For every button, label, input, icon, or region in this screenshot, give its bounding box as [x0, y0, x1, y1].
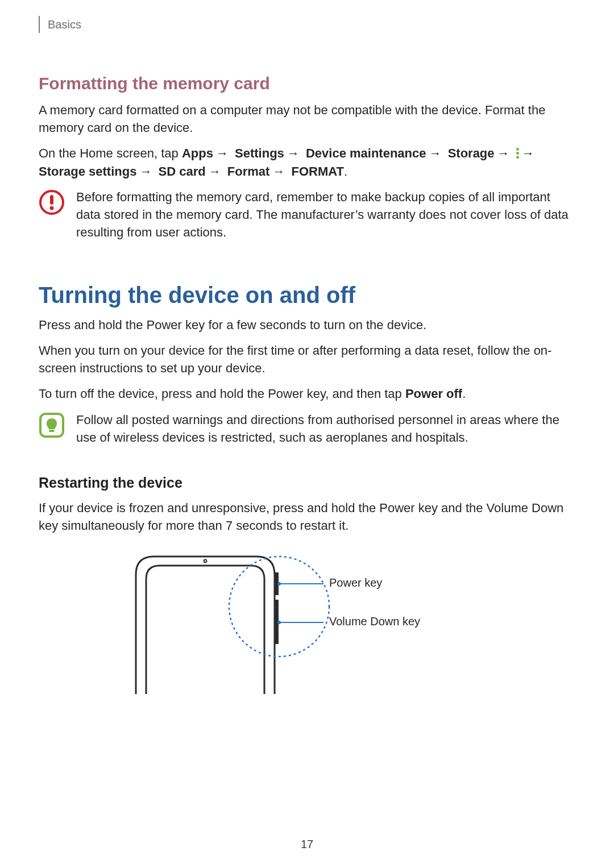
svg-point-2 — [50, 206, 54, 210]
restart-text: If your device is frozen and unresponsiv… — [39, 499, 574, 534]
path-format: Format — [227, 164, 270, 178]
path-storage-settings: Storage settings — [39, 164, 136, 178]
path-storage: Storage — [448, 146, 495, 160]
figure-label-volume: Volume Down key — [329, 615, 420, 628]
chapter-name: Basics — [48, 18, 81, 31]
note-callout: Follow all posted warnings and direction… — [39, 411, 574, 446]
more-options-icon — [516, 147, 519, 160]
path-lead: On the Home screen, tap — [39, 146, 182, 160]
path-format-caps: FORMAT — [291, 164, 343, 178]
path-settings: Settings — [235, 146, 284, 160]
svg-point-10 — [277, 582, 281, 585]
svg-point-8 — [229, 556, 329, 657]
power-on-text: Press and hold the Power key for a few s… — [39, 316, 574, 334]
svg-rect-1 — [50, 195, 53, 205]
formatting-intro: A memory card formatted on a computer ma… — [39, 101, 574, 136]
svg-point-5 — [204, 559, 207, 562]
path-device-maint: Device maintenance — [306, 146, 426, 160]
note-icon — [39, 412, 65, 441]
formatting-path: On the Home screen, tap Apps→ Settings→ … — [39, 144, 574, 180]
figure-label-power: Power key — [329, 576, 382, 589]
path-apps: Apps — [182, 146, 213, 160]
path-sd-card: SD card — [159, 164, 206, 178]
heading-restarting: Restarting the device — [39, 475, 574, 491]
power-off-text: To turn off the device, press and hold t… — [39, 385, 574, 402]
svg-rect-4 — [49, 430, 55, 432]
chapter-header: Basics — [39, 16, 574, 33]
first-boot-text: When you turn on your device for the fir… — [39, 342, 574, 377]
heading-formatting: Formatting the memory card — [39, 74, 574, 93]
note-text: Follow all posted warnings and direction… — [76, 411, 574, 446]
page-number: 17 — [0, 838, 614, 851]
warning-callout: Before formatting the memory card, remem… — [39, 188, 574, 242]
header-rule — [39, 16, 40, 33]
warning-text: Before formatting the memory card, remem… — [76, 188, 574, 242]
heading-turning-on-off: Turning the device on and off — [39, 283, 574, 308]
svg-point-12 — [277, 621, 281, 624]
warning-icon — [39, 189, 65, 218]
device-figure: Power key Volume Down key — [125, 546, 488, 694]
